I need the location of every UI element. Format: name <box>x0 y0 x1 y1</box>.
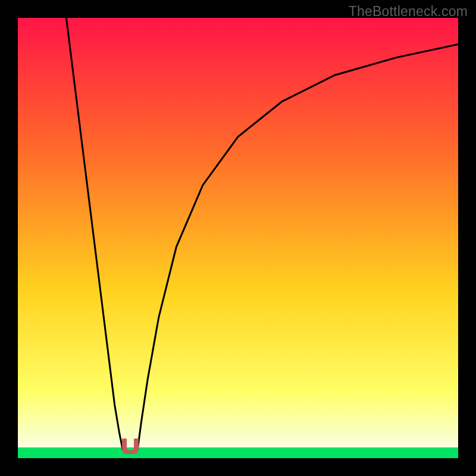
watermark-text: TheBottleneck.com <box>349 4 468 20</box>
curve-right-branch <box>137 44 458 449</box>
bottleneck-curve <box>18 18 458 458</box>
cup-marker <box>122 439 139 454</box>
chart-stage: TheBottleneck.com <box>0 0 476 476</box>
plot-area <box>18 18 458 458</box>
curve-left-branch <box>66 18 123 449</box>
